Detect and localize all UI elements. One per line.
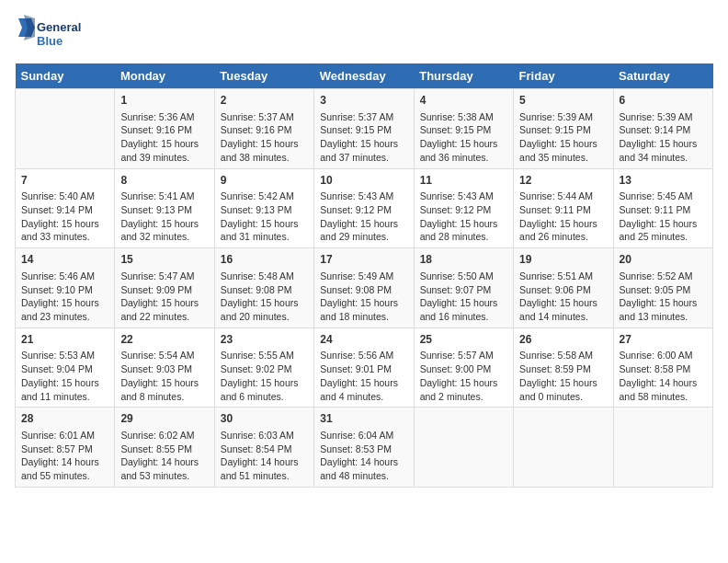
day-number: 14	[21, 252, 108, 268]
day-number: 19	[519, 252, 607, 268]
day-info: Sunrise: 5:37 AM Sunset: 9:15 PM Dayligh…	[320, 110, 407, 165]
calendar-cell: 23Sunrise: 5:55 AM Sunset: 9:02 PM Dayli…	[214, 327, 313, 408]
day-number: 15	[120, 252, 208, 268]
calendar-cell: 31Sunrise: 6:04 AM Sunset: 8:53 PM Dayli…	[314, 408, 414, 488]
day-number: 27	[620, 332, 707, 348]
day-info: Sunrise: 5:52 AM Sunset: 9:05 PM Dayligh…	[620, 270, 707, 324]
day-info: Sunrise: 5:37 AM Sunset: 9:16 PM Dayligh…	[221, 110, 308, 165]
calendar-cell: 25Sunrise: 5:57 AM Sunset: 9:00 PM Dayli…	[414, 327, 513, 408]
logo-svg: General Blue	[15, 15, 88, 56]
calendar-cell	[514, 408, 613, 488]
day-number: 11	[420, 173, 507, 189]
calendar-week-3: 14Sunrise: 5:46 AM Sunset: 9:10 PM Dayli…	[16, 248, 713, 328]
day-info: Sunrise: 6:04 AM Sunset: 8:53 PM Dayligh…	[320, 429, 407, 483]
day-info: Sunrise: 5:40 AM Sunset: 9:14 PM Dayligh…	[21, 190, 108, 244]
calendar-cell: 3Sunrise: 5:37 AM Sunset: 9:15 PM Daylig…	[314, 89, 414, 169]
calendar-cell: 21Sunrise: 5:53 AM Sunset: 9:04 PM Dayli…	[16, 327, 115, 408]
day-info: Sunrise: 5:58 AM Sunset: 8:59 PM Dayligh…	[519, 349, 607, 403]
day-info: Sunrise: 5:49 AM Sunset: 9:08 PM Dayligh…	[320, 270, 407, 324]
calendar-week-1: 1Sunrise: 5:36 AM Sunset: 9:16 PM Daylig…	[16, 89, 713, 169]
calendar-cell: 18Sunrise: 5:50 AM Sunset: 9:07 PM Dayli…	[414, 248, 513, 328]
day-info: Sunrise: 5:47 AM Sunset: 9:09 PM Dayligh…	[120, 270, 208, 324]
calendar-cell: 6Sunrise: 5:39 AM Sunset: 9:14 PM Daylig…	[613, 89, 712, 169]
day-number: 3	[320, 93, 407, 109]
day-number: 13	[620, 173, 707, 189]
calendar-cell: 11Sunrise: 5:43 AM Sunset: 9:12 PM Dayli…	[414, 168, 513, 248]
weekday-header-monday: Monday	[115, 63, 214, 89]
day-number: 16	[221, 252, 308, 268]
day-number: 23	[221, 332, 308, 348]
calendar-week-2: 7Sunrise: 5:40 AM Sunset: 9:14 PM Daylig…	[16, 168, 713, 248]
weekday-header-friday: Friday	[514, 63, 613, 89]
calendar-cell: 22Sunrise: 5:54 AM Sunset: 9:03 PM Dayli…	[115, 327, 214, 408]
day-number: 4	[420, 93, 507, 109]
calendar-cell: 13Sunrise: 5:45 AM Sunset: 9:11 PM Dayli…	[613, 168, 712, 248]
day-number: 10	[320, 173, 407, 189]
day-number: 18	[420, 252, 507, 268]
day-number: 20	[620, 252, 707, 268]
calendar-cell	[414, 408, 513, 488]
day-number: 7	[21, 173, 108, 189]
calendar-week-5: 28Sunrise: 6:01 AM Sunset: 8:57 PM Dayli…	[16, 408, 713, 488]
calendar-cell: 15Sunrise: 5:47 AM Sunset: 9:09 PM Dayli…	[115, 248, 214, 328]
calendar-cell	[613, 408, 712, 488]
day-number: 22	[120, 332, 208, 348]
calendar-cell: 27Sunrise: 6:00 AM Sunset: 8:58 PM Dayli…	[613, 327, 712, 408]
calendar-cell: 9Sunrise: 5:42 AM Sunset: 9:13 PM Daylig…	[214, 168, 313, 248]
day-info: Sunrise: 5:43 AM Sunset: 9:12 PM Dayligh…	[420, 190, 507, 244]
calendar-header: SundayMondayTuesdayWednesdayThursdayFrid…	[16, 63, 713, 89]
calendar-cell: 5Sunrise: 5:39 AM Sunset: 9:15 PM Daylig…	[514, 89, 613, 169]
logo: General Blue	[15, 15, 88, 56]
day-info: Sunrise: 5:46 AM Sunset: 9:10 PM Dayligh…	[21, 270, 108, 324]
day-info: Sunrise: 5:44 AM Sunset: 9:11 PM Dayligh…	[519, 190, 607, 244]
day-number: 2	[221, 93, 308, 109]
calendar-cell: 4Sunrise: 5:38 AM Sunset: 9:15 PM Daylig…	[414, 89, 513, 169]
calendar-cell: 24Sunrise: 5:56 AM Sunset: 9:01 PM Dayli…	[314, 327, 414, 408]
calendar-cell: 10Sunrise: 5:43 AM Sunset: 9:12 PM Dayli…	[314, 168, 414, 248]
day-info: Sunrise: 5:39 AM Sunset: 9:14 PM Dayligh…	[620, 110, 707, 165]
day-number: 26	[519, 332, 607, 348]
day-number: 5	[519, 93, 607, 109]
day-number: 1	[120, 93, 208, 109]
calendar-cell: 14Sunrise: 5:46 AM Sunset: 9:10 PM Dayli…	[16, 248, 115, 328]
day-number: 29	[120, 411, 208, 427]
calendar-cell: 19Sunrise: 5:51 AM Sunset: 9:06 PM Dayli…	[514, 248, 613, 328]
calendar-cell: 20Sunrise: 5:52 AM Sunset: 9:05 PM Dayli…	[613, 248, 712, 328]
day-info: Sunrise: 5:50 AM Sunset: 9:07 PM Dayligh…	[420, 270, 507, 324]
day-info: Sunrise: 5:42 AM Sunset: 9:13 PM Dayligh…	[221, 190, 308, 244]
weekday-header-wednesday: Wednesday	[314, 63, 414, 89]
calendar-table: SundayMondayTuesdayWednesdayThursdayFrid…	[15, 63, 713, 488]
day-info: Sunrise: 5:54 AM Sunset: 9:03 PM Dayligh…	[120, 349, 208, 403]
calendar-cell: 28Sunrise: 6:01 AM Sunset: 8:57 PM Dayli…	[16, 408, 115, 488]
day-info: Sunrise: 6:00 AM Sunset: 8:58 PM Dayligh…	[620, 349, 707, 403]
day-info: Sunrise: 5:39 AM Sunset: 9:15 PM Dayligh…	[519, 110, 607, 165]
weekday-header-sunday: Sunday	[16, 63, 115, 89]
day-number: 24	[320, 332, 407, 348]
day-info: Sunrise: 5:51 AM Sunset: 9:06 PM Dayligh…	[519, 270, 607, 324]
calendar-cell: 30Sunrise: 6:03 AM Sunset: 8:54 PM Dayli…	[214, 408, 313, 488]
day-number: 17	[320, 252, 407, 268]
day-info: Sunrise: 5:41 AM Sunset: 9:13 PM Dayligh…	[120, 190, 208, 244]
calendar-body: 1Sunrise: 5:36 AM Sunset: 9:16 PM Daylig…	[16, 89, 713, 488]
calendar-cell: 7Sunrise: 5:40 AM Sunset: 9:14 PM Daylig…	[16, 168, 115, 248]
day-info: Sunrise: 5:56 AM Sunset: 9:01 PM Dayligh…	[320, 349, 407, 403]
day-info: Sunrise: 5:36 AM Sunset: 9:16 PM Dayligh…	[120, 110, 208, 165]
calendar-cell: 29Sunrise: 6:02 AM Sunset: 8:55 PM Dayli…	[115, 408, 214, 488]
page-header: General Blue	[15, 15, 713, 56]
calendar-cell: 8Sunrise: 5:41 AM Sunset: 9:13 PM Daylig…	[115, 168, 214, 248]
day-number: 25	[420, 332, 507, 348]
day-info: Sunrise: 6:03 AM Sunset: 8:54 PM Dayligh…	[221, 429, 308, 483]
day-info: Sunrise: 5:55 AM Sunset: 9:02 PM Dayligh…	[221, 349, 308, 403]
day-number: 8	[120, 173, 208, 189]
weekday-header-thursday: Thursday	[414, 63, 513, 89]
day-info: Sunrise: 5:48 AM Sunset: 9:08 PM Dayligh…	[221, 270, 308, 324]
day-info: Sunrise: 5:38 AM Sunset: 9:15 PM Dayligh…	[420, 110, 507, 165]
calendar-cell: 17Sunrise: 5:49 AM Sunset: 9:08 PM Dayli…	[314, 248, 414, 328]
day-info: Sunrise: 5:57 AM Sunset: 9:00 PM Dayligh…	[420, 349, 507, 403]
day-info: Sunrise: 5:53 AM Sunset: 9:04 PM Dayligh…	[21, 349, 108, 403]
calendar-week-4: 21Sunrise: 5:53 AM Sunset: 9:04 PM Dayli…	[16, 327, 713, 408]
day-info: Sunrise: 5:45 AM Sunset: 9:11 PM Dayligh…	[620, 190, 707, 244]
day-number: 9	[221, 173, 308, 189]
calendar-cell: 12Sunrise: 5:44 AM Sunset: 9:11 PM Dayli…	[514, 168, 613, 248]
calendar-cell: 1Sunrise: 5:36 AM Sunset: 9:16 PM Daylig…	[115, 89, 214, 169]
